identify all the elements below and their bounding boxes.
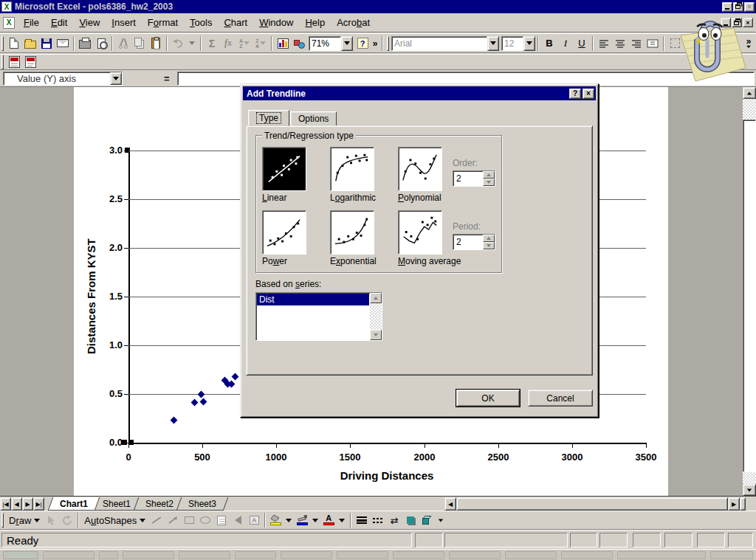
- bold-button[interactable]: B: [541, 35, 557, 52]
- taskbar-item[interactable]: [281, 551, 332, 559]
- toolbar-grip[interactable]: [1, 36, 4, 51]
- start-button[interactable]: [3, 551, 38, 559]
- align-center-button[interactable]: [612, 35, 628, 52]
- menu-insert[interactable]: Insert: [106, 15, 142, 30]
- align-right-button[interactable]: [628, 35, 645, 52]
- select-objects-button[interactable]: [43, 512, 59, 528]
- menu-acrobat[interactable]: Acrobat: [331, 15, 376, 30]
- x-axis-title[interactable]: Driving Distances: [239, 469, 535, 482]
- list-scroll-up-button[interactable]: [370, 293, 382, 303]
- next-sheet-button[interactable]: ▶: [22, 497, 33, 511]
- taskbar-item[interactable]: [43, 551, 94, 559]
- series-listbox[interactable]: Dist: [255, 292, 382, 341]
- taskbar-item[interactable]: [179, 551, 230, 559]
- italic-button[interactable]: I: [557, 35, 574, 52]
- restore-button[interactable]: [733, 2, 743, 12]
- name-box-value[interactable]: Value (Y) axis: [4, 73, 110, 84]
- autoshapes-menu-button[interactable]: AutoShapes: [81, 515, 148, 526]
- taskbar-item[interactable]: [561, 551, 613, 559]
- drawbar-overflow-dropdown[interactable]: [435, 513, 447, 528]
- text-box-button[interactable]: [213, 512, 230, 528]
- period-value[interactable]: 2: [453, 235, 483, 249]
- align-left-button[interactable]: [596, 35, 612, 52]
- font-size-dropdown[interactable]: [523, 36, 535, 51]
- scroll-right-button[interactable]: ▶: [728, 497, 740, 511]
- convert-to-pdf-email-button[interactable]: [22, 54, 38, 70]
- tab-split-handle[interactable]: [740, 497, 746, 511]
- data-point[interactable]: [191, 399, 199, 407]
- save-button[interactable]: [38, 35, 55, 52]
- menu-help[interactable]: Help: [299, 15, 331, 30]
- hscrollbar-thumb[interactable]: [456, 497, 728, 511]
- list-scrollbar-track[interactable]: [370, 303, 382, 330]
- convert-to-pdf-button[interactable]: [6, 54, 22, 70]
- help-button[interactable]: ?: [354, 35, 371, 52]
- email-button[interactable]: [55, 35, 71, 52]
- ok-button[interactable]: OK: [456, 390, 520, 407]
- fill-color-button[interactable]: [268, 512, 283, 528]
- toolbar-overflow[interactable]: »: [371, 40, 379, 47]
- list-scroll-down-button[interactable]: [370, 330, 382, 340]
- taskbar-item[interactable]: [617, 551, 706, 559]
- data-point[interactable]: [198, 391, 205, 398]
- polynomial-type-thumbnail[interactable]: [398, 147, 442, 191]
- autosum-button[interactable]: Σ: [204, 35, 220, 52]
- font-size-value[interactable]: 12: [501, 36, 523, 51]
- menu-chart[interactable]: Chart: [218, 15, 253, 30]
- order-value[interactable]: 2: [453, 171, 483, 186]
- data-point[interactable]: [171, 417, 178, 424]
- chart-wizard-button[interactable]: [275, 35, 291, 52]
- taskbar-item[interactable]: [99, 551, 118, 559]
- taskbar-item[interactable]: [337, 551, 388, 559]
- menu-format[interactable]: Format: [142, 15, 184, 30]
- prev-sheet-button[interactable]: ◀: [11, 497, 22, 511]
- vertical-scrollbar[interactable]: [743, 87, 756, 496]
- dash-style-button[interactable]: [370, 512, 386, 528]
- toolbar-grip[interactable]: [1, 513, 4, 528]
- scrollbar-thumb[interactable]: [743, 120, 756, 472]
- font-dropdown[interactable]: [487, 36, 499, 51]
- office-assistant-clippy[interactable]: [662, 19, 749, 86]
- rectangle-button[interactable]: [181, 512, 197, 528]
- data-point[interactable]: [232, 373, 239, 381]
- paste-button[interactable]: [148, 35, 164, 52]
- data-point[interactable]: [200, 398, 207, 406]
- open-button[interactable]: [22, 35, 38, 52]
- copy-button[interactable]: [131, 35, 148, 52]
- data-point[interactable]: [228, 381, 236, 388]
- order-up-button[interactable]: [483, 171, 495, 179]
- series-item-dist[interactable]: Dist: [257, 294, 369, 305]
- horizontal-scrollbar[interactable]: ◀ ▶: [444, 497, 756, 511]
- line-button[interactable]: [148, 512, 165, 528]
- name-box[interactable]: Value (Y) axis: [3, 72, 123, 86]
- insert-wordart-button[interactable]: [230, 512, 246, 528]
- function-wizard-button[interactable]: fx: [220, 35, 236, 52]
- menu-file[interactable]: File: [18, 15, 45, 30]
- last-sheet-button[interactable]: ▶|: [33, 497, 44, 511]
- moving-average-type-thumbnail[interactable]: [398, 210, 442, 255]
- order-spinner[interactable]: 2: [453, 170, 495, 187]
- shadow-button[interactable]: [402, 512, 419, 528]
- menu-window[interactable]: Window: [253, 15, 299, 30]
- oval-button[interactable]: [197, 512, 213, 528]
- merge-center-button[interactable]: [645, 35, 661, 52]
- menu-view[interactable]: View: [73, 15, 106, 30]
- new-button[interactable]: [6, 35, 22, 52]
- taskbar-item[interactable]: [235, 551, 276, 559]
- power-type-thumbnail[interactable]: [262, 210, 306, 255]
- menu-tools[interactable]: Tools: [184, 15, 218, 30]
- zoom-combo[interactable]: 71%: [309, 36, 353, 51]
- font-color-dropdown[interactable]: [336, 513, 348, 528]
- exponential-type-thumbnail[interactable]: [330, 210, 374, 255]
- line-color-button[interactable]: [295, 512, 309, 528]
- cut-button[interactable]: [115, 35, 131, 52]
- print-preview-button[interactable]: [93, 35, 109, 52]
- sort-ascending-button[interactable]: AZ: [236, 35, 252, 52]
- line-style-button[interactable]: [354, 512, 370, 528]
- zoom-value[interactable]: 71%: [309, 36, 341, 51]
- arrow-button[interactable]: [165, 512, 181, 528]
- font-name-value[interactable]: Arial: [391, 36, 487, 51]
- toolbar-grip[interactable]: [387, 36, 389, 51]
- undo-button[interactable]: [170, 35, 186, 52]
- series-list-scrollbar[interactable]: [370, 293, 382, 340]
